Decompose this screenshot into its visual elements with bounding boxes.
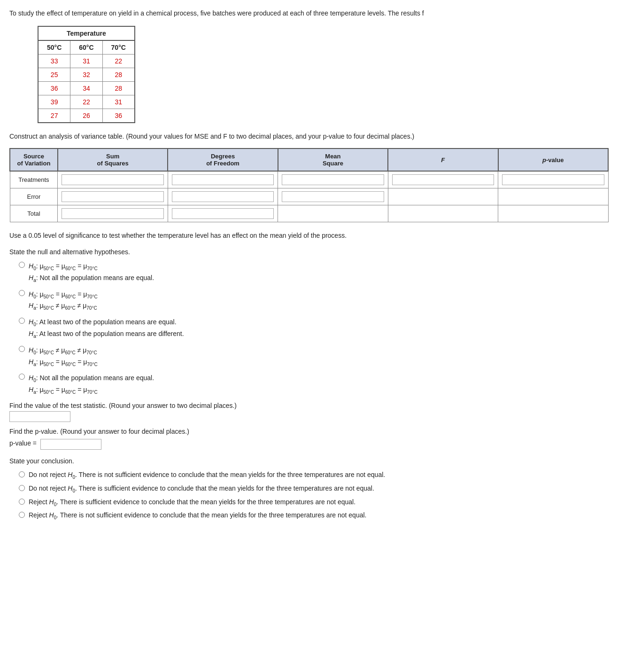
anova-df-total[interactable] (168, 205, 278, 222)
hypothesis-h0-1: H0: μ50°C = μ60°C = μ70°C (29, 261, 154, 273)
conclusion-text-2: Do not reject H0. There is sufficient ev… (29, 484, 374, 494)
anova-header-pvalue: p-value (498, 148, 608, 171)
conclusion-text-4: Reject H0. There is not sufficient evide… (29, 510, 366, 521)
anova-ms-treatments[interactable] (278, 171, 388, 188)
anova-source-error: Error (10, 188, 58, 205)
hypothesis-option-2[interactable]: H0: μ50°C = μ60°C = μ70°CHa: μ50°C ≠ μ60… (19, 289, 609, 313)
anova-df-error-input[interactable] (172, 191, 274, 202)
anova-df-treatments[interactable] (168, 171, 278, 188)
hypothesis-radio-5[interactable] (19, 374, 25, 380)
anova-f-treatments-input[interactable] (392, 174, 494, 185)
anova-f-treatments[interactable] (388, 171, 498, 188)
anova-ms-error[interactable] (278, 188, 388, 205)
anova-ms-treatments-input[interactable] (282, 174, 384, 185)
temp-cell-r2-c0: 36 (38, 82, 70, 95)
pvalue-find-label: Find the p-value. (Round your answer to … (9, 428, 189, 435)
hypothesis-option-5[interactable]: H0: Not all the population means are equ… (19, 373, 609, 396)
conclusion-radio-group: Do not reject H0. There is not sufficien… (19, 470, 609, 521)
anova-f-error (388, 188, 498, 205)
conclusion-option-2[interactable]: Do not reject H0. There is sufficient ev… (19, 484, 609, 494)
temp-cell-r4-c1: 26 (70, 109, 102, 123)
conclusion-option-3[interactable]: Reject H0. There is sufficient evidence … (19, 497, 609, 508)
hypothesis-h0-2: H0: μ50°C = μ60°C = μ70°C (29, 289, 98, 301)
anova-instruction: Construct an analysis of variance table.… (9, 132, 609, 141)
temp-cell-r1-c2: 28 (102, 68, 135, 82)
temp-cell-r3-c0: 39 (38, 95, 70, 109)
temp-cell-r4-c0: 27 (38, 109, 70, 123)
hypothesis-option-1[interactable]: H0: μ50°C = μ60°C = μ70°CHa: Not all the… (19, 261, 609, 284)
test-stat-section: Find the value of the test statistic. (R… (9, 402, 609, 422)
hypothesis-ha-3: Ha: At least two of the population means… (29, 328, 184, 340)
temp-cell-r3-c2: 31 (102, 95, 135, 109)
anova-df-treatments-input[interactable] (172, 174, 274, 185)
anova-pval-total (498, 205, 608, 222)
temp-cell-r3-c1: 22 (70, 95, 102, 109)
anova-pval-treatments[interactable] (498, 171, 608, 188)
anova-ss-total[interactable] (58, 205, 168, 222)
hypotheses-label: State the null and alternative hypothese… (9, 247, 609, 257)
anova-header-f: F (388, 148, 498, 171)
col-header-50: 50°C (38, 40, 70, 55)
hypothesis-radio-1[interactable] (19, 262, 25, 268)
anova-pval-error (498, 188, 608, 205)
anova-source-total: Total (10, 205, 58, 222)
temp-main-header: Temperature (38, 26, 135, 40)
anova-header-sum: Sumof Squares (58, 148, 168, 171)
hypothesis-text-5: H0: Not all the population means are equ… (29, 373, 154, 396)
hypothesis-ha-4: Ha: μ50°C = μ60°C = μ70°C (29, 357, 98, 368)
hypothesis-text-1: H0: μ50°C = μ60°C = μ70°CHa: Not all the… (29, 261, 154, 284)
anova-row-error: Error (10, 188, 608, 205)
intro-text: To study the effect of temperature on yi… (9, 8, 609, 18)
conclusion-option-1[interactable]: Do not reject H0. There is not sufficien… (19, 470, 609, 481)
temp-cell-r1-c1: 32 (70, 68, 102, 82)
conclusion-option-4[interactable]: Reject H0. There is not sufficient evide… (19, 510, 609, 521)
temp-cell-r2-c1: 34 (70, 82, 102, 95)
anova-ss-error-input[interactable] (62, 191, 163, 202)
anova-ss-treatments[interactable] (58, 171, 168, 188)
hypothesis-option-4[interactable]: H0: μ50°C ≠ μ60°C ≠ μ70°CHa: μ50°C = μ60… (19, 345, 609, 368)
test-stat-input[interactable] (9, 411, 70, 422)
hypothesis-h0-4: H0: μ50°C ≠ μ60°C ≠ μ70°C (29, 345, 98, 357)
conclusion-radio-1[interactable] (19, 471, 25, 477)
anova-ms-total (278, 205, 388, 222)
temp-cell-r2-c2: 28 (102, 82, 135, 95)
pvalue-equals-label: p-value = (9, 439, 37, 447)
pvalue-section: Find the p-value. (Round your answer to … (9, 428, 609, 450)
anova-header-source: Sourceof Variation (10, 148, 58, 171)
anova-ms-error-input[interactable] (282, 191, 384, 202)
hypothesis-text-2: H0: μ50°C = μ60°C = μ70°CHa: μ50°C ≠ μ60… (29, 289, 98, 313)
anova-header-ms: MeanSquare (278, 148, 388, 171)
pvalue-input[interactable] (40, 439, 101, 450)
hypothesis-ha-5: Ha: μ50°C = μ60°C = μ70°C (29, 384, 154, 396)
hypothesis-radio-3[interactable] (19, 318, 25, 324)
temp-cell-r0-c2: 22 (102, 55, 135, 68)
conclusion-radio-2[interactable] (19, 485, 25, 491)
conclusion-radio-4[interactable] (19, 512, 25, 518)
hypothesis-radio-4[interactable] (19, 346, 25, 352)
significance-text: Use a 0.05 level of significance to test… (9, 231, 609, 241)
hypothesis-text-4: H0: μ50°C ≠ μ60°C ≠ μ70°CHa: μ50°C = μ60… (29, 345, 98, 368)
anova-pval-treatments-input[interactable] (502, 174, 604, 185)
temp-cell-r0-c1: 31 (70, 55, 102, 68)
temp-cell-r0-c0: 33 (38, 55, 70, 68)
anova-header-df: Degreesof Freedom (168, 148, 278, 171)
test-stat-label: Find the value of the test statistic. (R… (9, 402, 237, 409)
conclusion-label: State your conclusion. (9, 456, 609, 466)
hypothesis-ha-1: Ha: Not all the population means are equ… (29, 273, 154, 284)
anova-row-total: Total (10, 205, 608, 222)
conclusion-text-1: Do not reject H0. There is not sufficien… (29, 470, 385, 481)
anova-table: Sourceof Variation Sumof Squares Degrees… (9, 148, 609, 222)
temp-cell-r4-c2: 36 (102, 109, 135, 123)
conclusion-radio-3[interactable] (19, 499, 25, 505)
anova-ss-error[interactable] (58, 188, 168, 205)
anova-df-total-input[interactable] (172, 208, 274, 219)
hypothesis-h0-5: H0: Not all the population means are equ… (29, 373, 154, 384)
hypothesis-option-3[interactable]: H0: At least two of the population means… (19, 317, 609, 340)
anova-row-treatments: Treatments (10, 171, 608, 188)
hypothesis-radio-2[interactable] (19, 290, 25, 296)
anova-ss-treatments-input[interactable] (62, 174, 163, 185)
temp-cell-r1-c0: 25 (38, 68, 70, 82)
anova-df-error[interactable] (168, 188, 278, 205)
anova-ss-total-input[interactable] (62, 208, 163, 219)
anova-source-treatments: Treatments (10, 171, 58, 188)
